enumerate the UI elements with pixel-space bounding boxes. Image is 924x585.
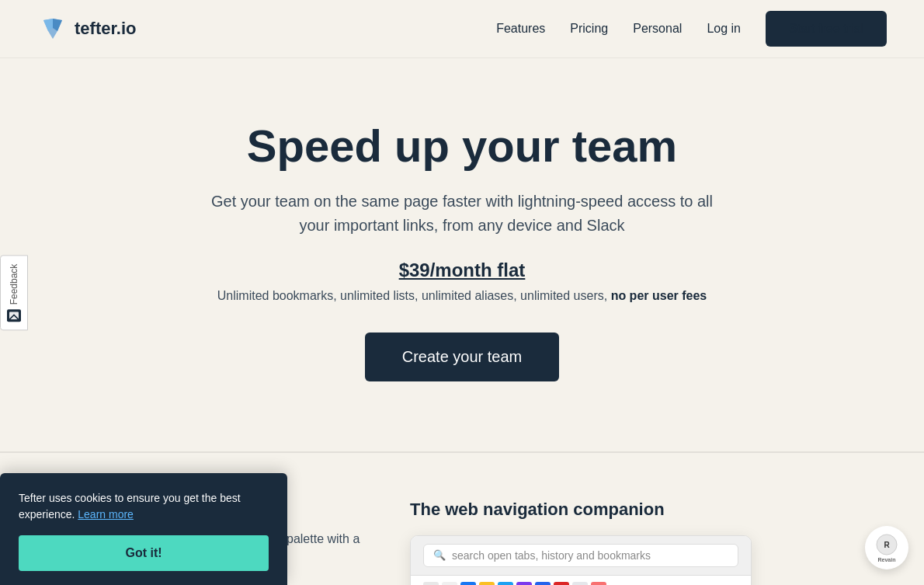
- nav-pricing[interactable]: Pricing: [570, 22, 608, 36]
- feedback-label: Feedback: [9, 263, 19, 305]
- nav-personal[interactable]: Personal: [633, 22, 682, 36]
- feedback-sidebar[interactable]: Feedback: [0, 255, 28, 330]
- revain-icon: R: [876, 534, 898, 555]
- nav-features[interactable]: Features: [496, 22, 545, 36]
- favicon-dot1: ·: [572, 582, 588, 585]
- nav-links: Features Pricing Personal Log in Start f…: [496, 11, 887, 47]
- hero-headline: Speed up your team: [37, 120, 887, 172]
- favicon-bookmark: 🔖: [442, 582, 457, 585]
- favicon-twitter: t: [498, 582, 513, 585]
- browser-toolbar: 🔍 search open tabs, history and bookmark…: [411, 536, 751, 576]
- revain-label: Revain: [878, 557, 896, 562]
- hero-subheadline: Get your team on the same page faster wi…: [206, 190, 718, 238]
- hero-cta-button[interactable]: Create your team: [365, 333, 560, 381]
- browser-search-placeholder: search open tabs, history and bookmarks: [452, 549, 651, 562]
- logo-link[interactable]: tefter.io: [37, 14, 136, 44]
- feedback-envelope-icon: [9, 312, 19, 319]
- feedback-icon: [7, 309, 21, 322]
- logo-text: tefter.io: [75, 19, 136, 39]
- favicon-wikipedia: W: [423, 582, 439, 585]
- browser-section-title: The web navigation companion: [410, 500, 887, 520]
- hero-price: $39/month flat: [37, 259, 887, 281]
- favicon-purple: ◆: [516, 582, 532, 585]
- nav-login[interactable]: Log in: [707, 22, 741, 36]
- hero-features-text: Unlimited bookmarks, unlimited lists, un…: [37, 289, 887, 303]
- cookie-accept-button[interactable]: Got it!: [19, 535, 269, 571]
- favicon-red-small: ♦: [591, 582, 606, 585]
- cookie-text: Tefter uses cookies to ensure you get th…: [19, 490, 269, 523]
- hero-section: Speed up your team Get your team on the …: [0, 58, 924, 451]
- browser-mockup: 🔍 search open tabs, history and bookmark…: [410, 535, 752, 585]
- nav-start-free-trial-button[interactable]: Start free trial: [766, 11, 887, 47]
- favicon-youtube: ▶: [554, 582, 569, 585]
- features-right-panel: The web navigation companion 🔍 search op…: [410, 500, 887, 585]
- browser-favicons-row: W 🔖 f ★ t ◆ ▶ ▶ · ♦: [411, 576, 751, 585]
- browser-search-bar: 🔍 search open tabs, history and bookmark…: [423, 544, 738, 567]
- feedback-tab[interactable]: Feedback: [0, 255, 28, 330]
- logo-icon: [37, 14, 67, 44]
- svg-text:R: R: [884, 541, 890, 549]
- favicon-blue: ▶: [535, 582, 551, 585]
- favicon-yellow: ★: [479, 582, 495, 585]
- favicon-facebook: f: [460, 582, 476, 585]
- search-icon: 🔍: [433, 549, 446, 561]
- navbar: tefter.io Features Pricing Personal Log …: [0, 0, 924, 58]
- revain-widget[interactable]: R Revain: [865, 526, 908, 569]
- cookie-learn-more-link[interactable]: Learn more: [78, 508, 134, 521]
- cookie-banner: Tefter uses cookies to ensure you get th…: [0, 473, 287, 585]
